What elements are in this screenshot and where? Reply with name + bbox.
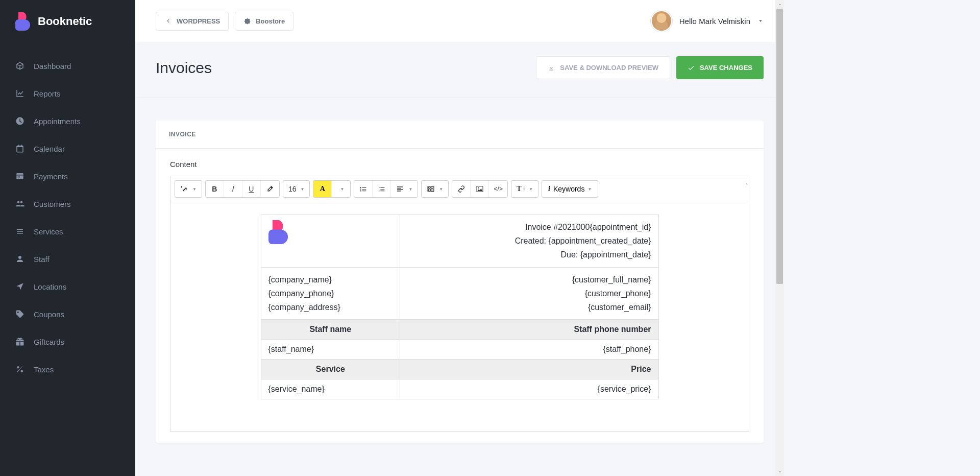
percent-icon bbox=[15, 365, 24, 374]
ol-icon bbox=[378, 185, 386, 193]
user-menu[interactable]: Hello Mark Velmiskin bbox=[651, 10, 764, 32]
scroll-track[interactable] bbox=[775, 9, 784, 467]
service-header: Service bbox=[261, 360, 400, 379]
panel-tab-invoice[interactable]: INVOICE bbox=[156, 121, 764, 149]
sidebar-item-label: Appointments bbox=[34, 117, 81, 126]
svg-point-1 bbox=[478, 187, 479, 188]
browser-scrollbar[interactable] bbox=[775, 0, 784, 476]
sidebar-item-calendar[interactable]: Calendar bbox=[0, 135, 135, 162]
sidebar-item-label: Dashboard bbox=[34, 62, 71, 70]
wallet-icon bbox=[15, 172, 24, 181]
editor-wrap: Content ▼ B I U bbox=[156, 149, 764, 443]
ordered-list-tool[interactable] bbox=[373, 181, 391, 197]
gift-icon bbox=[15, 337, 24, 346]
editor-panel: INVOICE Content ▼ B I bbox=[156, 121, 764, 443]
sidebar-item-label: Taxes bbox=[34, 365, 54, 374]
list-icon bbox=[15, 227, 24, 236]
content: Invoices SAVE & DOWNLOAD PREVIEW SAVE CH… bbox=[135, 42, 784, 476]
sidebar-item-reports[interactable]: Reports bbox=[0, 80, 135, 107]
sidebar-item-label: Customers bbox=[34, 200, 71, 208]
sidebar-item-label: Reports bbox=[34, 89, 61, 98]
page-header: Invoices SAVE & DOWNLOAD PREVIEW SAVE CH… bbox=[135, 42, 784, 98]
font-color-tool[interactable]: A bbox=[313, 181, 332, 197]
page-actions: SAVE & DOWNLOAD PREVIEW SAVE CHANGES bbox=[536, 56, 764, 79]
brand-name: Booknetic bbox=[38, 15, 92, 28]
sidebar-item-services[interactable]: Services bbox=[0, 218, 135, 245]
align-icon bbox=[396, 185, 404, 193]
sidebar-item-giftcards[interactable]: Giftcards bbox=[0, 328, 135, 355]
invoice-logo-icon bbox=[268, 220, 290, 245]
location-icon bbox=[15, 282, 24, 291]
link-tool[interactable] bbox=[452, 181, 471, 197]
link-icon bbox=[457, 185, 465, 193]
staff-phone-header: Staff phone number bbox=[400, 320, 658, 340]
brand-mark-icon bbox=[15, 12, 32, 31]
save-changes-button[interactable]: SAVE CHANGES bbox=[676, 56, 764, 79]
unordered-list-tool[interactable] bbox=[354, 181, 373, 197]
scroll-thumb[interactable] bbox=[776, 9, 783, 284]
editor-toolbar: ▼ B I U 16 bbox=[170, 176, 749, 202]
sidebar-item-staff[interactable]: Staff bbox=[0, 245, 135, 273]
eraser-tool[interactable] bbox=[261, 181, 279, 197]
sidebar-item-label: Giftcards bbox=[34, 338, 64, 346]
sidebar-item-label: Coupons bbox=[34, 310, 64, 319]
code-tool[interactable]: </> bbox=[489, 181, 507, 197]
keywords-dropdown[interactable]: i Keywords ▼ bbox=[542, 180, 598, 198]
staff-name-cell: {staff_name} bbox=[261, 340, 400, 360]
tag-icon bbox=[15, 310, 24, 319]
service-price-cell: {service_price} bbox=[400, 379, 658, 399]
page-title: Invoices bbox=[156, 59, 212, 77]
chevron-down-icon bbox=[757, 18, 764, 24]
users-icon bbox=[15, 199, 24, 208]
sidebar-item-coupons[interactable]: Coupons bbox=[0, 300, 135, 328]
font-size-tool[interactable]: 16 ▼ bbox=[283, 181, 310, 197]
align-tool[interactable]: ▼ bbox=[391, 181, 418, 197]
breadcrumbs: WORDPRESS Boostore bbox=[156, 12, 293, 31]
eraser-icon bbox=[266, 185, 274, 193]
check-icon bbox=[688, 64, 695, 72]
mini-scroll-up-icon[interactable] bbox=[744, 179, 749, 184]
sidebar-item-locations[interactable]: Locations bbox=[0, 273, 135, 300]
staff-phone-cell: {staff_phone} bbox=[400, 340, 658, 360]
sidebar-item-appointments[interactable]: Appointments bbox=[0, 107, 135, 135]
breadcrumb-label: Boostore bbox=[256, 17, 285, 25]
brand-logo[interactable]: Booknetic bbox=[0, 0, 135, 43]
editor-canvas[interactable]: Invoice #2021000{appointment_id} Created… bbox=[170, 202, 749, 432]
italic-tool[interactable]: I bbox=[224, 181, 242, 197]
scroll-down-icon[interactable] bbox=[775, 467, 784, 476]
user-greeting: Hello Mark Velmiskin bbox=[679, 17, 750, 26]
sidebar-item-label: Calendar bbox=[34, 145, 65, 153]
underline-tool[interactable]: U bbox=[242, 181, 261, 197]
puzzle-icon bbox=[243, 17, 251, 25]
bold-tool[interactable]: B bbox=[206, 181, 224, 197]
sidebar-item-taxes[interactable]: Taxes bbox=[0, 355, 135, 383]
invoice-meta: Invoice #2021000{appointment_id} Created… bbox=[400, 215, 658, 268]
sidebar-item-payments[interactable]: Payments bbox=[0, 162, 135, 190]
breadcrumb-boostore[interactable]: Boostore bbox=[235, 12, 293, 31]
sidebar-item-dashboard[interactable]: Dashboard bbox=[0, 52, 135, 80]
calendar-icon bbox=[15, 144, 24, 153]
sidebar: Booknetic Dashboard Reports Appointments… bbox=[0, 0, 135, 476]
save-download-preview-button[interactable]: SAVE & DOWNLOAD PREVIEW bbox=[536, 56, 670, 79]
table-tool[interactable]: ▼ bbox=[422, 181, 448, 197]
sidebar-item-customers[interactable]: Customers bbox=[0, 190, 135, 218]
sidebar-item-label: Services bbox=[34, 227, 63, 236]
box-icon bbox=[15, 61, 24, 70]
table-icon bbox=[427, 185, 435, 193]
user-icon bbox=[15, 254, 24, 264]
image-tool[interactable] bbox=[471, 181, 489, 197]
clear-format-tool[interactable]: TI ▼ bbox=[511, 181, 538, 197]
download-icon bbox=[548, 64, 555, 72]
magic-tool[interactable]: ▼ bbox=[175, 181, 202, 197]
breadcrumb-wordpress[interactable]: WORDPRESS bbox=[156, 12, 229, 31]
image-icon bbox=[476, 185, 484, 193]
scroll-up-icon[interactable] bbox=[775, 0, 784, 9]
clock-icon bbox=[15, 116, 24, 126]
topbar: WORDPRESS Boostore Hello Mark Velmiskin bbox=[135, 0, 784, 42]
info-icon: i bbox=[548, 185, 550, 193]
font-color-dropdown[interactable]: ▼ bbox=[332, 181, 350, 197]
invoice-company-cell: {company_name} {company_phone} {company_… bbox=[261, 267, 400, 320]
sidebar-item-label: Staff bbox=[34, 255, 50, 264]
sidebar-item-label: Payments bbox=[34, 172, 68, 181]
chevron-left-icon bbox=[164, 17, 172, 25]
